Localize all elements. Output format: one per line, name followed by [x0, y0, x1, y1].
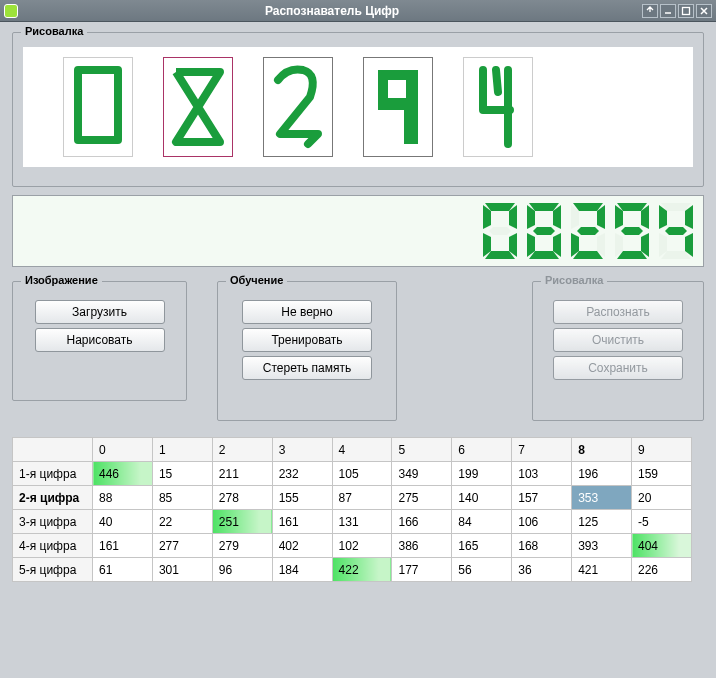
maximize-button[interactable]: [678, 4, 694, 18]
erase-memory-button[interactable]: Стереть память: [242, 356, 372, 380]
drawctl-legend: Рисовалка: [541, 274, 607, 286]
drawn-digit-3[interactable]: [263, 57, 333, 157]
drawing-panel: Рисовалка: [12, 32, 704, 187]
cell[interactable]: 15: [152, 462, 212, 486]
cell[interactable]: 161: [93, 534, 153, 558]
window-title: Распознаватель Цифр: [24, 4, 640, 18]
drawn-digit-4[interactable]: [363, 57, 433, 157]
seg-digit-3: [567, 201, 609, 261]
svg-rect-3: [404, 102, 418, 144]
drawing-legend: Рисовалка: [21, 25, 87, 37]
cell[interactable]: 301: [152, 558, 212, 582]
row-label: 4-я цифра: [13, 534, 93, 558]
cell[interactable]: 22: [152, 510, 212, 534]
cell[interactable]: 166: [392, 510, 452, 534]
load-button[interactable]: Загрузить: [35, 300, 165, 324]
cell[interactable]: 251: [212, 510, 272, 534]
col-header[interactable]: 3: [272, 438, 332, 462]
cell[interactable]: 159: [632, 462, 692, 486]
train-legend: Обучение: [226, 274, 287, 286]
drawing-canvas-strip[interactable]: [23, 47, 693, 167]
results-table[interactable]: 01234567891-я цифра446152112321053491991…: [12, 437, 692, 582]
pin-button[interactable]: [642, 4, 658, 18]
cell[interactable]: 177: [392, 558, 452, 582]
cell[interactable]: 386: [392, 534, 452, 558]
row-label: 1-я цифра: [13, 462, 93, 486]
cell[interactable]: 106: [512, 510, 572, 534]
cell[interactable]: 88: [93, 486, 153, 510]
cell[interactable]: 279: [212, 534, 272, 558]
app-icon: [4, 4, 18, 18]
svg-rect-2: [388, 80, 406, 98]
cell[interactable]: 36: [512, 558, 572, 582]
seg-digit-2: [523, 201, 565, 261]
cell[interactable]: 446: [93, 462, 153, 486]
cell[interactable]: 199: [452, 462, 512, 486]
cell[interactable]: 402: [272, 534, 332, 558]
cell[interactable]: 277: [152, 534, 212, 558]
col-header[interactable]: 2: [212, 438, 272, 462]
cell[interactable]: 161: [272, 510, 332, 534]
draw-button[interactable]: Нарисовать: [35, 328, 165, 352]
col-header[interactable]: 9: [632, 438, 692, 462]
cell[interactable]: 168: [512, 534, 572, 558]
seg-digit-4: [611, 201, 653, 261]
minimize-button[interactable]: [660, 4, 676, 18]
col-header[interactable]: 6: [452, 438, 512, 462]
seven-seg-display: [12, 195, 704, 267]
seg-digit-5: [655, 201, 697, 261]
drawn-digit-1[interactable]: [63, 57, 133, 157]
cell[interactable]: 275: [392, 486, 452, 510]
row-label: 5-я цифра: [13, 558, 93, 582]
cell[interactable]: 131: [332, 510, 392, 534]
cell[interactable]: 404: [632, 534, 692, 558]
cell[interactable]: 422: [332, 558, 392, 582]
cell[interactable]: 56: [452, 558, 512, 582]
cell[interactable]: 393: [572, 534, 632, 558]
col-header[interactable]: 7: [512, 438, 572, 462]
cell[interactable]: 103: [512, 462, 572, 486]
cell[interactable]: 349: [392, 462, 452, 486]
col-header[interactable]: 8: [572, 438, 632, 462]
col-header[interactable]: 4: [332, 438, 392, 462]
cell[interactable]: 87: [332, 486, 392, 510]
window-titlebar: Распознаватель Цифр: [0, 0, 716, 22]
cell[interactable]: 278: [212, 486, 272, 510]
cell[interactable]: 155: [272, 486, 332, 510]
wrong-button[interactable]: Не верно: [242, 300, 372, 324]
close-button[interactable]: [696, 4, 712, 18]
cell[interactable]: 84: [452, 510, 512, 534]
cell[interactable]: 105: [332, 462, 392, 486]
cell[interactable]: 96: [212, 558, 272, 582]
table-corner: [13, 438, 93, 462]
train-button[interactable]: Тренировать: [242, 328, 372, 352]
cell[interactable]: 140: [452, 486, 512, 510]
col-header[interactable]: 0: [93, 438, 153, 462]
drawn-digit-2[interactable]: [163, 57, 233, 157]
cell[interactable]: 165: [452, 534, 512, 558]
cell[interactable]: 184: [272, 558, 332, 582]
cell[interactable]: 102: [332, 534, 392, 558]
image-panel: Изображение Загрузить Нарисовать: [12, 281, 187, 401]
cell[interactable]: 40: [93, 510, 153, 534]
col-header[interactable]: 1: [152, 438, 212, 462]
cell[interactable]: 421: [572, 558, 632, 582]
seg-digit-1: [479, 201, 521, 261]
cell[interactable]: 20: [632, 486, 692, 510]
cell[interactable]: 232: [272, 462, 332, 486]
row-label: 3-я цифра: [13, 510, 93, 534]
drawn-digit-5[interactable]: [463, 57, 533, 157]
svg-rect-0: [683, 7, 690, 14]
cell[interactable]: 157: [512, 486, 572, 510]
col-header[interactable]: 5: [392, 438, 452, 462]
cell[interactable]: 85: [152, 486, 212, 510]
clear-button: Очистить: [553, 328, 683, 352]
cell[interactable]: 353: [572, 486, 632, 510]
cell[interactable]: 226: [632, 558, 692, 582]
cell[interactable]: 125: [572, 510, 632, 534]
cell[interactable]: 61: [93, 558, 153, 582]
image-legend: Изображение: [21, 274, 102, 286]
cell[interactable]: -5: [632, 510, 692, 534]
cell[interactable]: 211: [212, 462, 272, 486]
cell[interactable]: 196: [572, 462, 632, 486]
